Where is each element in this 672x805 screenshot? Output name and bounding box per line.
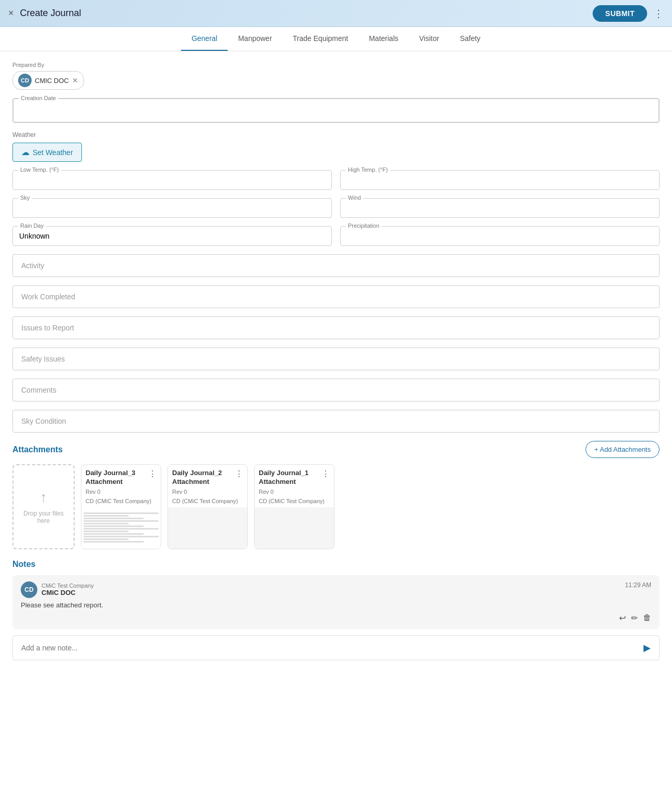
avatar: CD (18, 74, 32, 87)
sky-condition-placeholder: Sky Condition (21, 417, 66, 425)
attachment-card-header: Daily Journal_1 Attachment ⋮ (255, 465, 334, 489)
attachment-menu-button[interactable]: ⋮ (321, 469, 330, 479)
attachments-header: Attachments + Add Attachments (12, 441, 660, 458)
attachment-card: Daily Journal_2 Attachment ⋮ Rev 0 CD (C… (167, 464, 248, 549)
drop-label: Drop your files here (20, 510, 67, 524)
cloud-icon: ☁ (21, 147, 30, 157)
attachment-card-header: Daily Journal_2 Attachment ⋮ (168, 465, 247, 489)
attachment-meta: Rev 0 (255, 489, 334, 498)
sky-wind-row: Sky Sunny Wind 2 (12, 198, 660, 218)
prepared-by-label: Prepared By (12, 62, 660, 68)
weather-label: Weather (12, 131, 660, 138)
attachment-menu-button[interactable]: ⋮ (235, 469, 243, 479)
tab-general[interactable]: General (181, 27, 228, 51)
tab-manpower[interactable]: Manpower (228, 27, 282, 51)
sky-input[interactable]: Sunny (19, 203, 325, 213)
delete-button[interactable]: 🗑 (643, 613, 651, 623)
wind-input[interactable]: 2 (347, 203, 653, 213)
precipitation-input[interactable]: 0 (347, 231, 653, 241)
header-left: × Create Journal (8, 8, 81, 19)
tab-trade-equipment[interactable]: Trade Equipment (283, 27, 359, 51)
page-title: Create Journal (20, 8, 81, 19)
tab-visitor[interactable]: Visitor (409, 27, 450, 51)
new-note-input[interactable] (21, 644, 639, 652)
upload-icon: ↑ (40, 489, 47, 506)
activity-placeholder: Activity (21, 261, 44, 270)
issues-field[interactable]: Issues to Report (12, 316, 660, 339)
attachment-name: Daily Journal_3 Attachment (86, 469, 148, 487)
attachment-menu-button[interactable]: ⋮ (148, 469, 157, 479)
high-temp-field: High Temp. (°F) 86 (340, 170, 660, 190)
low-temp-label: Low Temp. (°F) (18, 166, 61, 173)
note-card: CD CMiC Test Company CMiC DOC 11:29 AM P… (12, 575, 660, 629)
header-right: SUBMIT ⋮ (593, 5, 664, 22)
drop-zone[interactable]: ↑ Drop your files here (12, 464, 75, 549)
safety-issues-placeholder: Safety Issues (21, 355, 65, 363)
attachment-card: Daily Journal_3 Attachment ⋮ Rev 0 CD (C… (81, 464, 161, 549)
work-completed-field[interactable]: Work Completed (12, 285, 660, 308)
edit-button[interactable]: ✏ (631, 613, 638, 623)
attachment-company: CD (CMiC Test Company) (81, 498, 161, 507)
note-author: CMiC DOC (41, 589, 94, 596)
creation-date-group: Creation Date Aug 02, 2024 (12, 98, 660, 123)
prepared-by-group: Prepared By CD CMIC DOC ✕ (12, 62, 660, 90)
attachment-card-header: Daily Journal_3 Attachment ⋮ (81, 465, 161, 489)
weather-section: Weather ☁ Set Weather (12, 131, 660, 162)
notes-section: Notes CD CMiC Test Company CMiC DOC 11:2… (12, 560, 660, 660)
rain-precip-row: Rain Day Unknown Yes No Precipitation 0 (12, 226, 660, 246)
add-attachments-label: + Add Attachments (594, 446, 651, 453)
sky-field: Sky Sunny (12, 198, 332, 218)
reply-button[interactable]: ↩ (619, 613, 626, 623)
comments-field[interactable]: Comments (12, 379, 660, 401)
tab-materials[interactable]: Materials (358, 27, 409, 51)
note-actions: ↩ ✏ 🗑 (21, 613, 651, 623)
attachment-card: Daily Journal_1 Attachment ⋮ Rev 0 CD (C… (254, 464, 334, 549)
wind-label: Wind (346, 195, 363, 201)
issues-placeholder: Issues to Report (21, 324, 74, 332)
attachment-meta: Rev 0 (168, 489, 247, 498)
submit-button[interactable]: SUBMIT (593, 5, 647, 22)
high-temp-label: High Temp. (°F) (346, 166, 390, 173)
close-button[interactable]: × (8, 8, 14, 19)
attachments-grid: ↑ Drop your files here Daily Journal_3 A… (12, 464, 660, 549)
high-temp-input[interactable]: 86 (347, 175, 653, 185)
creation-date-input[interactable]: Aug 02, 2024 (20, 106, 652, 117)
header: × Create Journal SUBMIT ⋮ (0, 0, 672, 27)
attachment-name: Daily Journal_1 Attachment (259, 469, 321, 487)
precipitation-label: Precipitation (346, 223, 382, 229)
note-author-block: CMiC Test Company CMiC DOC (41, 582, 94, 596)
attachment-company: CD (CMiC Test Company) (255, 498, 334, 507)
attachment-company: CD (CMiC Test Company) (168, 498, 247, 507)
tab-safety[interactable]: Safety (450, 27, 491, 51)
more-icon[interactable]: ⋮ (653, 7, 664, 20)
tab-bar: General Manpower Trade Equipment Materia… (0, 27, 672, 51)
precipitation-field: Precipitation 0 (340, 226, 660, 246)
safety-issues-field[interactable]: Safety Issues (12, 348, 660, 370)
prepared-by-chip: CD CMIC DOC ✕ (12, 71, 84, 90)
attachments-title: Attachments (12, 445, 63, 454)
set-weather-label: Set Weather (33, 148, 73, 157)
rain-day-label: Rain Day (18, 223, 46, 229)
remove-prepared-by-button[interactable]: ✕ (72, 76, 78, 85)
attachment-meta: Rev 0 (81, 489, 161, 498)
rain-day-select[interactable]: Unknown Yes No (19, 231, 325, 241)
creation-date-field: Creation Date Aug 02, 2024 (12, 98, 660, 123)
sky-condition-field[interactable]: Sky Condition (12, 410, 660, 433)
notes-title: Notes (12, 560, 660, 569)
attachment-preview (255, 507, 334, 549)
add-attachments-button[interactable]: + Add Attachments (585, 441, 660, 458)
note-time: 11:29 AM (625, 581, 651, 589)
note-meta: CD CMiC Test Company CMiC DOC (21, 581, 94, 598)
activity-field[interactable]: Activity (12, 254, 660, 277)
temp-row: Low Temp. (°F) 68 High Temp. (°F) 86 (12, 170, 660, 190)
creation-date-label: Creation Date (19, 95, 58, 101)
attachments-section: Attachments + Add Attachments ↑ Drop you… (12, 441, 660, 549)
low-temp-input[interactable]: 68 (19, 175, 325, 185)
set-weather-button[interactable]: ☁ Set Weather (12, 143, 82, 162)
comments-placeholder: Comments (21, 386, 57, 394)
sky-label: Sky (18, 195, 32, 201)
avatar: CD (21, 581, 37, 598)
prepared-by-name: CMIC DOC (35, 77, 69, 85)
attachment-preview (81, 507, 161, 549)
send-note-button[interactable]: ▶ (643, 642, 651, 654)
